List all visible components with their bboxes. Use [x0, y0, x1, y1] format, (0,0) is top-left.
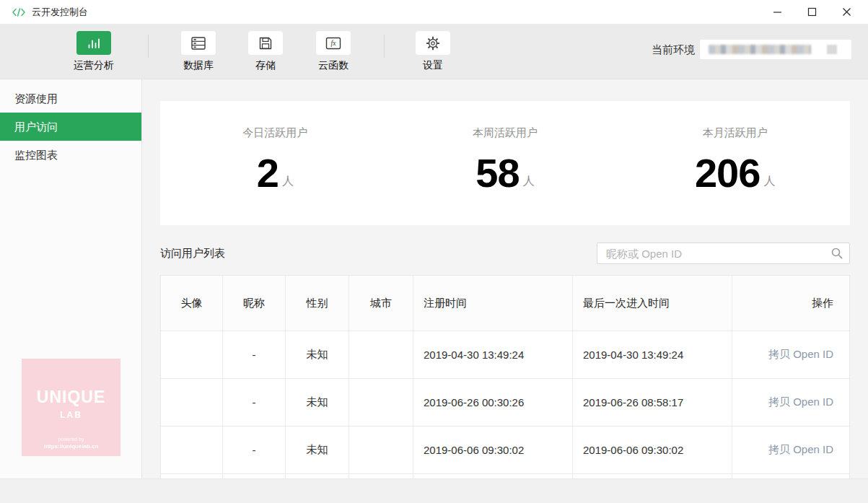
maximize-button[interactable] — [794, 0, 829, 24]
environment-value-redacted — [709, 45, 811, 54]
search-icon[interactable] — [830, 247, 843, 263]
search-input[interactable] — [597, 242, 850, 264]
column-header-nickname: 昵称 — [223, 276, 286, 331]
gender-cell: 未知 — [286, 427, 349, 473]
column-header-register-time: 注册时间 — [413, 276, 573, 331]
toolbar-item-cloud-functions[interactable]: fx 云函数 — [301, 31, 366, 72]
city-cell — [349, 331, 413, 378]
table-row: - 未知 2019-06-26 00:30:26 2019-06-26 08:5… — [161, 379, 849, 427]
sidebar: 资源使用 用户访问 监控图表 UNIQUE LAB powered by htt… — [0, 79, 142, 478]
city-cell — [349, 379, 413, 426]
stat-unit: 人 — [523, 174, 535, 189]
user-list-title: 访问用户列表 — [160, 247, 225, 261]
dropdown-arrow-icon — [827, 45, 837, 54]
table-header-row: 头像 昵称 性别 城市 注册时间 最后一次进入时间 操作 — [161, 276, 849, 331]
active-users-card: 今日活跃用户 2 人 本周活跃用户 58 人 本月活跃用户 — [160, 101, 850, 225]
nickname-cell: - — [223, 379, 286, 426]
sidebar-item-monitor-charts[interactable]: 监控图表 — [0, 141, 141, 169]
environment-select[interactable] — [700, 40, 851, 59]
gender-cell: 未知 — [286, 379, 349, 426]
copy-openid-link[interactable]: 拷贝 Open ID — [768, 443, 833, 457]
toolbar-item-storage[interactable]: 存储 — [233, 31, 298, 72]
fx-icon: fx — [316, 31, 351, 55]
user-table: 头像 昵称 性别 城市 注册时间 最后一次进入时间 操作 - 未知 2019-0… — [160, 275, 850, 478]
stat-daily-active-users: 今日活跃用户 2 人 — [160, 101, 390, 225]
user-list-header: 访问用户列表 — [160, 242, 850, 264]
stat-value: 2 — [257, 150, 279, 196]
last-entry-time-cell: 2019-06-26 08:58:17 — [573, 379, 732, 426]
main-area: 资源使用 用户访问 监控图表 UNIQUE LAB powered by htt… — [0, 79, 868, 478]
column-header-last-entry-time: 最后一次进入时间 — [573, 276, 732, 331]
avatar-cell — [161, 379, 223, 426]
column-header-avatar: 头像 — [161, 276, 223, 331]
database-icon — [181, 31, 216, 55]
table-row: - 未知 2019-06-06 09:30:02 2019-06-06 09:3… — [161, 427, 849, 474]
environment-area: 当前环境 — [649, 24, 868, 79]
stat-unit: 人 — [763, 174, 775, 189]
column-header-action: 操作 — [732, 276, 849, 331]
avatar-cell — [161, 331, 223, 378]
svg-text:fx: fx — [331, 40, 337, 47]
window-footer — [0, 478, 868, 503]
watermark: UNIQUE LAB powered by https://uniquelab.… — [22, 359, 120, 456]
register-time-cell: 2019-06-26 00:30:26 — [413, 379, 573, 426]
toolbar: 运营分析 数据库 — [0, 24, 868, 79]
environment-label: 当前环境 — [652, 43, 695, 57]
register-time-cell: 2019-04-30 13:49:24 — [413, 331, 573, 378]
toolbar-divider — [148, 35, 149, 58]
nickname-cell: - — [223, 427, 286, 473]
minimize-button[interactable] — [760, 0, 794, 24]
close-button[interactable] — [829, 0, 864, 24]
toolbar-item-database[interactable]: 数据库 — [166, 31, 231, 72]
toolbar-divider — [384, 35, 385, 58]
bar-chart-icon — [76, 31, 111, 55]
stat-monthly-active-users: 本月活跃用户 206 人 — [620, 101, 850, 225]
stat-weekly-active-users: 本周活跃用户 58 人 — [390, 101, 621, 225]
gender-cell: 未知 — [286, 331, 349, 378]
sidebar-item-user-access[interactable]: 用户访问 — [0, 113, 141, 141]
app-window: 云开发控制台 — [0, 0, 868, 503]
avatar-cell — [161, 427, 223, 473]
toolbar-item-analytics[interactable]: 运营分析 — [61, 31, 126, 72]
gear-icon — [416, 31, 450, 55]
copy-openid-link[interactable]: 拷贝 Open ID — [768, 348, 833, 362]
stat-value: 206 — [695, 150, 760, 196]
register-time-cell: 2019-06-06 09:30:02 — [413, 427, 573, 473]
nickname-cell: - — [223, 331, 286, 378]
titlebar: 云开发控制台 — [0, 0, 868, 24]
window-title: 云开发控制台 — [32, 6, 88, 19]
sidebar-item-resource-usage[interactable]: 资源使用 — [0, 84, 141, 113]
stat-unit: 人 — [282, 174, 294, 189]
code-icon — [12, 7, 26, 17]
search-box — [597, 242, 850, 264]
last-entry-time-cell: 2019-06-06 09:30:02 — [573, 427, 732, 473]
content-area: 今日活跃用户 2 人 本周活跃用户 58 人 本月活跃用户 — [142, 79, 868, 478]
copy-openid-link[interactable]: 拷贝 Open ID — [768, 395, 833, 409]
save-icon — [248, 31, 283, 55]
column-header-city: 城市 — [349, 276, 413, 331]
table-row: - 未知 2019-04-30 13:49:24 2019-04-30 13:4… — [161, 331, 849, 379]
window-controls — [760, 0, 864, 24]
toolbar-item-settings[interactable]: 设置 — [400, 31, 465, 72]
stat-value: 58 — [475, 150, 519, 196]
column-header-gender: 性别 — [286, 276, 349, 331]
city-cell — [349, 427, 413, 473]
last-entry-time-cell: 2019-04-30 13:49:24 — [573, 331, 732, 378]
